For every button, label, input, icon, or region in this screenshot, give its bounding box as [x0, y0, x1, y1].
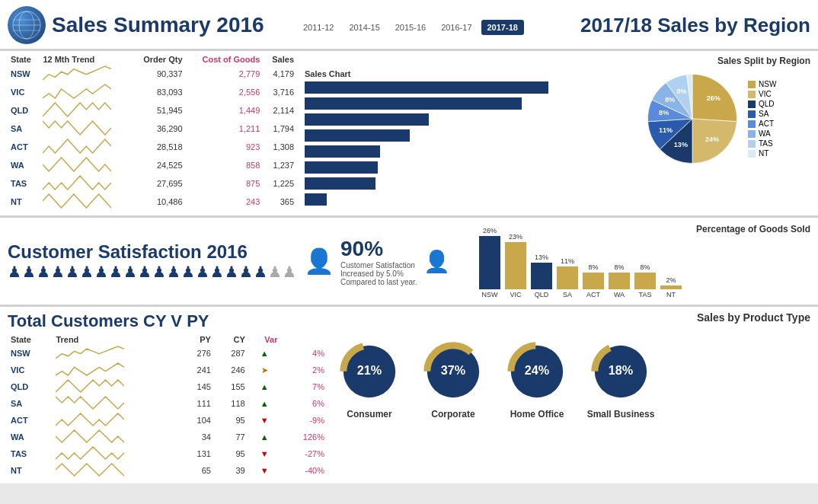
customer-title-block: Customer Satisfaction 2016 ♟♟♟♟♟♟♟♟♟♟♟♟♟…: [8, 241, 296, 281]
legend-item: TAS: [748, 139, 776, 148]
sales-cell: 365: [263, 193, 297, 211]
order-qty-cell: 36,290: [130, 120, 185, 138]
table-row: SA 36,290 1,211 1,794: [8, 120, 297, 138]
state-cell: NSW: [8, 65, 40, 83]
product-title: Sales by Product Type: [335, 311, 810, 324]
pie-chart-svg: 26%24%13%11%8%8%8%: [643, 69, 742, 168]
tab-2011-12[interactable]: 2011-12: [297, 20, 340, 35]
col-sales: Sales: [263, 54, 297, 65]
pie-section: Sales Split by Region 26%24%13%11%8%8%8%…: [643, 54, 810, 211]
sales-chart-title: Sales Chart: [305, 69, 635, 78]
py-cell: 65: [180, 462, 214, 479]
arrow-up-icon: ▲: [260, 382, 269, 391]
legend-color: [748, 150, 756, 158]
legend-color: [748, 100, 756, 108]
cost-cell: 1,449: [186, 101, 264, 120]
trend-cell: [40, 65, 130, 83]
pie-container: 26%24%13%11%8%8%8% NSWVICQLDSAACTWATASNT: [643, 69, 810, 168]
tab-2017-18[interactable]: 2017-18: [481, 20, 524, 35]
bar-row: [305, 144, 635, 159]
sales-cell: 2,114: [263, 101, 297, 120]
customers-left: Total Customers CY V PY State Trend PY C…: [8, 311, 328, 479]
order-qty-cell: 27,695: [130, 174, 185, 193]
bar-fill: [305, 145, 380, 158]
goods-bar-label: SA: [563, 291, 572, 298]
customers-table: State Trend PY CY Var NSW 276 287 ▲ 4% V…: [8, 334, 328, 479]
legend-item: VIC: [748, 90, 776, 98]
table-row: SA 111 118 ▲ 6%: [8, 395, 328, 412]
goods-bar-label: VIC: [510, 291, 521, 298]
table-row: WA 34 77 ▲ 126%: [8, 429, 328, 445]
order-qty-cell: 83,093: [130, 83, 185, 101]
var-cell: 7%: [280, 378, 328, 395]
order-qty-cell: 90,337: [130, 65, 185, 83]
svg-point-0: [13, 11, 40, 39]
svg-text:18%: 18%: [609, 363, 633, 377]
py-cell: 111: [180, 395, 214, 412]
legend-item: ACT: [748, 120, 776, 128]
year-tabs: 2011-12 2014-15 2015-16 2016-17 2017-18: [297, 6, 524, 44]
col-state: State: [8, 54, 40, 65]
legend-label: VIC: [759, 90, 772, 98]
bar-fill: [305, 97, 522, 110]
page-title: Sales Summary 2016: [52, 13, 264, 37]
tab-2016-17[interactable]: 2016-17: [435, 20, 478, 35]
donut-row: 21% Consumer 37% Corporate 24% Home Offi…: [335, 330, 810, 419]
trend-cell: [53, 445, 180, 462]
goods-bar-col: 8% WA: [609, 263, 630, 298]
trend-cell: [40, 101, 130, 120]
state-cell: QLD: [8, 378, 53, 395]
goods-bar-col: 8% ACT: [583, 263, 604, 298]
sales-chart: Sales Chart: [305, 54, 635, 211]
tab-2015-16[interactable]: 2015-16: [389, 20, 432, 35]
person-icon: ♟: [268, 263, 282, 281]
person-icon: ♟: [138, 263, 152, 281]
product-section: Sales by Product Type 21% Consumer 37% C…: [335, 311, 810, 479]
table-row: QLD 145 155 ▲ 7%: [8, 378, 328, 395]
bar-fill: [305, 193, 327, 206]
svg-text:26%: 26%: [707, 94, 721, 102]
bar-fill: [305, 177, 375, 190]
state-cell: TAS: [8, 445, 53, 462]
col-cost: Cost of Goods: [186, 54, 264, 65]
table-row: ACT 104 95 ▼ -9%: [8, 412, 328, 429]
goods-bar-pct: 2%: [666, 276, 676, 284]
goods-bar-col: 23% VIC: [505, 233, 526, 298]
tab-2014-15[interactable]: 2014-15: [343, 20, 385, 35]
goods-bar-pct: 8%: [614, 263, 624, 271]
state-cell: QLD: [8, 101, 40, 120]
goods-bar-col: 8% TAS: [634, 263, 656, 298]
arrow-cell: ▲: [248, 429, 281, 445]
cy-cell: 155: [214, 378, 248, 395]
goods-bar: [583, 273, 604, 289]
donut-label: Home Office: [510, 409, 564, 419]
goods-bar-pct: 8%: [588, 263, 598, 271]
trend-cell: [40, 138, 130, 156]
cust-col-state: State: [8, 334, 53, 345]
trend-cell: [40, 174, 130, 193]
goods-bar: [557, 266, 578, 289]
bottom-section: Total Customers CY V PY State Trend PY C…: [0, 307, 818, 483]
donut-item: 24% Home Office: [503, 337, 571, 419]
person-icon: ♟: [123, 263, 137, 281]
person-icon: ♟: [8, 263, 21, 281]
legend-color: [748, 130, 756, 138]
legend-color: [748, 110, 756, 118]
goods-bar-label: ACT: [586, 291, 600, 298]
legend-label: WA: [759, 129, 771, 138]
globe-icon: [8, 6, 46, 44]
bar-fill: [305, 113, 429, 126]
bar-fill: [305, 129, 410, 142]
person-grey-icon: 👤: [423, 249, 450, 274]
person-icon: ♟: [51, 263, 65, 281]
var-cell: -40%: [280, 462, 328, 479]
goods-bar: [609, 273, 630, 289]
trend-cell: [40, 120, 130, 138]
cy-cell: 118: [214, 395, 248, 412]
col-trend: 12 Mth Trend: [40, 54, 130, 65]
trend-cell: [40, 156, 130, 174]
state-cell: TAS: [8, 174, 40, 193]
py-cell: 276: [180, 345, 214, 362]
bar-row: [305, 112, 635, 127]
cost-cell: 2,779: [186, 65, 264, 83]
